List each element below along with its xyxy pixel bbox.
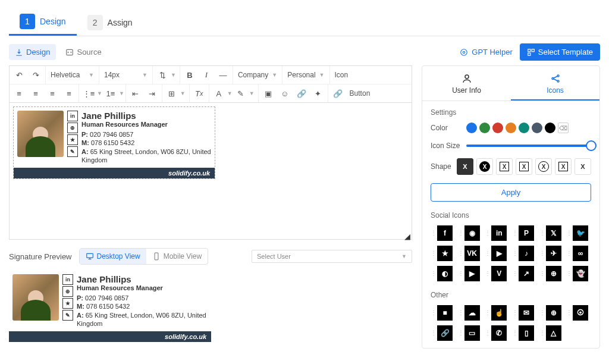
tab-icons[interactable]: Icons (511, 66, 599, 101)
undo-button[interactable]: ↶ (11, 66, 27, 84)
highlight-button[interactable]: ✎ (233, 84, 249, 102)
font-size-dropdown[interactable]: 14px▼ (99, 66, 153, 84)
icon-triangle[interactable]: ⋮⋮△ (539, 325, 564, 341)
icon-mastodon[interactable]: ⋮⋮⊕ (539, 266, 564, 281)
shape-option-outline-square[interactable]: X (496, 158, 513, 175)
shape-option-filled-square[interactable]: X (457, 158, 473, 175)
icon-mail[interactable]: ⋮⋮✉ (512, 305, 537, 321)
emoji-button[interactable]: ☺ (277, 84, 293, 102)
icon-apple[interactable]: ⋮⋮■ (431, 305, 456, 321)
desktop-view-button[interactable]: Desktop View (80, 249, 146, 264)
font-color-button[interactable]: A (211, 84, 227, 102)
step-assign[interactable]: 2 Assign (77, 9, 143, 36)
bold-button[interactable]: B (181, 66, 198, 84)
icon-meta[interactable]: ⋮⋮∞ (566, 246, 591, 261)
color-swatch[interactable] (506, 123, 516, 133)
drag-handle-icon: ⋮⋮ (512, 252, 517, 255)
instagram-icon: ◉ (464, 225, 480, 241)
icon-snapchat[interactable]: ⋮⋮👻 (566, 266, 591, 281)
icon-facebook[interactable]: ⋮⋮f (431, 225, 456, 241)
shape-option-outline-square-2[interactable]: X (516, 158, 532, 175)
icon-instagram[interactable]: ⋮⋮◉ (458, 225, 483, 241)
align-center-button[interactable]: ≡ (27, 84, 44, 102)
editor-canvas[interactable]: in ⊕ ★ ✎ Jane Phillips Human Resources M… (9, 103, 412, 240)
color-swatch[interactable] (532, 123, 542, 133)
icon-telegram[interactable]: ⋮⋮✈ (539, 246, 564, 261)
icon-tiktok[interactable]: ⋮⋮♪ (512, 246, 537, 261)
icon-x[interactable]: ⋮⋮𝕏 (539, 225, 564, 241)
icon-linkedin[interactable]: ⋮⋮in (485, 225, 510, 241)
icon-discord[interactable]: ⋮⋮◐ (431, 266, 456, 281)
icon-mobile[interactable]: ⋮⋮▯ (512, 325, 537, 341)
insert-button-item[interactable]: Button (346, 89, 374, 98)
icon-globe[interactable]: ⋮⋮⊕ (539, 305, 564, 321)
icon-yelp[interactable]: ⋮⋮★ (431, 246, 456, 261)
avatar-image (17, 111, 64, 157)
icon-vk[interactable]: ⋮⋮VK (458, 246, 483, 261)
mobile-view-button[interactable]: Mobile View (146, 249, 208, 264)
italic-button[interactable]: I (198, 66, 215, 84)
ai-icon (460, 48, 468, 57)
yelp-icon[interactable]: ★ (67, 134, 78, 145)
select-user-dropdown[interactable]: Select User ▼ (252, 250, 412, 263)
icon-phone[interactable]: ⋮⋮✆ (485, 325, 510, 341)
resize-handle[interactable]: ◢ (404, 232, 412, 239)
shape-option-plain[interactable]: X (575, 158, 591, 175)
wizard-steps: 1 Design 2 Assign (9, 9, 600, 36)
align-right-button[interactable]: ≡ (44, 84, 61, 102)
outdent-button[interactable]: ⇤ (127, 84, 144, 102)
icon-briefcase[interactable]: ⋮⋮▭ (458, 325, 483, 341)
select-template-button[interactable]: Select Template (520, 43, 600, 61)
mode-design[interactable]: Design (9, 44, 56, 60)
icon-pinterest[interactable]: ⋮⋮P (512, 225, 537, 241)
shape-option-outline-circle[interactable]: X (535, 158, 552, 175)
icon-link[interactable]: ⋮⋮🔗 (431, 325, 456, 341)
font-family-dropdown[interactable]: Helvetica▼ (46, 66, 99, 84)
align-left-button[interactable]: ≡ (11, 84, 27, 102)
svg-rect-3 (528, 49, 530, 51)
redo-button[interactable]: ↷ (27, 66, 44, 84)
icon-cloud[interactable]: ⋮⋮☁ (458, 305, 483, 321)
mastodon-icon[interactable]: ⊕ (67, 123, 78, 133)
align-justify-button[interactable]: ≡ (61, 84, 77, 102)
color-swatch[interactable] (545, 123, 555, 133)
mode-source[interactable]: Source (59, 44, 107, 60)
linkedin-icon[interactable]: in (67, 111, 78, 121)
line-height-button[interactable]: ⇅ (154, 66, 171, 84)
preview-title: Signature Preview (9, 252, 72, 261)
icon-size-slider[interactable] (466, 145, 591, 147)
icon-vimeo[interactable]: ⋮⋮V (485, 266, 510, 281)
image-button[interactable]: ▣ (260, 84, 277, 102)
strikethrough-button[interactable]: — (215, 66, 231, 84)
edit-icon[interactable]: ✎ (67, 146, 78, 157)
icon-twitter[interactable]: ⋮⋮🐦 (566, 225, 591, 241)
color-swatch[interactable] (466, 123, 477, 133)
icon-youtube[interactable]: ⋮⋮▶ (458, 266, 483, 281)
icon-pointer[interactable]: ⋮⋮☝ (485, 305, 510, 321)
color-swatch[interactable] (519, 123, 529, 133)
icon-share[interactable]: ⋮⋮↗ (512, 266, 537, 281)
shape-option-filled-circle[interactable]: X (476, 158, 493, 175)
color-reset[interactable]: ⌫ (558, 123, 569, 133)
ordered-list-button[interactable]: 1≡ (102, 84, 119, 102)
color-swatch[interactable] (492, 123, 503, 133)
indent-button[interactable]: ⇥ (144, 84, 161, 102)
icon-pin[interactable]: ⋮⋮⦿ (566, 305, 591, 321)
tab-user-info[interactable]: User Info (422, 66, 511, 101)
icon-dropdown[interactable]: Icon (330, 66, 366, 84)
clear-format-button[interactable]: Tx (191, 84, 208, 102)
apply-button[interactable]: Apply (431, 183, 591, 202)
table-button[interactable]: ⊞ (164, 84, 180, 102)
gpt-helper-button[interactable]: GPT Helper (460, 48, 512, 57)
icon-googleplay[interactable]: ⋮⋮▶ (485, 246, 510, 261)
step-design[interactable]: 1 Design (9, 9, 77, 36)
signature-block[interactable]: in ⊕ ★ ✎ Jane Phillips Human Resources M… (13, 106, 215, 179)
company-dropdown[interactable]: Company▼ (233, 66, 282, 84)
color-swatch[interactable] (479, 123, 490, 133)
link-button[interactable]: 🔗 (293, 84, 310, 102)
special-button[interactable]: ✦ (310, 84, 327, 102)
insert-link-button[interactable]: 🔗 (329, 84, 346, 102)
personal-dropdown[interactable]: Personal▼ (282, 66, 329, 84)
shape-option-outline-square-3[interactable]: X (555, 158, 572, 175)
unordered-list-button[interactable]: ⋮≡ (80, 84, 97, 102)
